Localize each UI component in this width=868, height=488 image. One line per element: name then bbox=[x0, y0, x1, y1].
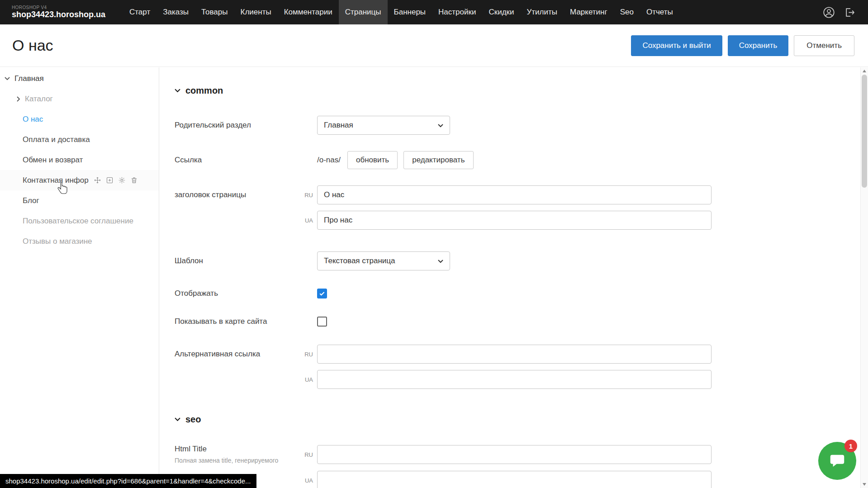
nav-item-utilities[interactable]: Утилиты bbox=[521, 0, 564, 24]
brand-domain: shop34423.horoshop.ua bbox=[12, 10, 123, 19]
tree-item-blog[interactable]: Блог bbox=[0, 190, 159, 211]
save-and-exit-button[interactable]: Сохранить и выйти bbox=[631, 35, 722, 56]
field-parent-section: Родительский раздел Главная bbox=[175, 116, 860, 135]
edit-link-button[interactable]: редактировать bbox=[403, 151, 473, 169]
main-nav: Старт Заказы Товары Клиенты Комментарии … bbox=[123, 0, 679, 24]
field-alt-link-ru: Альтернативная ссылка RU bbox=[175, 345, 860, 364]
lang-badge-ru: RU bbox=[298, 351, 313, 358]
refresh-link-button[interactable]: обновить bbox=[347, 151, 398, 169]
section-title: seo bbox=[185, 414, 201, 425]
tree-item-otzyvy[interactable]: Отзывы о магазине bbox=[0, 231, 159, 251]
html-title-ru-input[interactable] bbox=[317, 445, 711, 464]
field-label: Шаблон bbox=[175, 256, 317, 265]
field-alt-link-ua: UA bbox=[175, 370, 860, 389]
delete-icon[interactable] bbox=[130, 176, 138, 184]
field-display: Отображать bbox=[175, 289, 860, 298]
nav-item-orders[interactable]: Заказы bbox=[157, 0, 195, 24]
chevron-right-icon[interactable] bbox=[17, 96, 20, 102]
chevron-down-icon[interactable] bbox=[5, 77, 10, 81]
alt-link-ua-input[interactable] bbox=[317, 370, 711, 389]
field-html-title-ru: Html Title Полная замена title, генериру… bbox=[175, 445, 860, 464]
page-title: О нас bbox=[12, 37, 53, 54]
brand-version: HOROSHOP V4 bbox=[12, 5, 123, 10]
chat-bubble-icon bbox=[828, 451, 846, 471]
nav-item-discounts[interactable]: Скидки bbox=[482, 0, 520, 24]
field-hint: Полная замена title, генерируемого bbox=[175, 456, 298, 464]
tree-item-katalog[interactable]: Каталог bbox=[0, 89, 159, 109]
tree-item-polzovatelskoe[interactable]: Пользовательское соглашение bbox=[0, 211, 159, 231]
nav-item-start[interactable]: Старт bbox=[123, 0, 157, 24]
link-path-value: /o-nas/ bbox=[317, 156, 341, 165]
field-sitemap: Показывать в карте сайта bbox=[175, 317, 860, 327]
sitemap-checkbox[interactable] bbox=[317, 317, 327, 327]
field-html-title-ua: UA bbox=[175, 471, 860, 488]
field-label-group: Html Title Полная замена title, генериру… bbox=[175, 445, 298, 464]
scroll-down-icon[interactable] bbox=[863, 483, 866, 486]
settings-icon[interactable] bbox=[118, 176, 126, 184]
topbar: HOROSHOP V4 shop34423.horoshop.ua Старт … bbox=[0, 0, 868, 24]
field-label: Показывать в карте сайта bbox=[175, 317, 317, 326]
field-link: Ссылка /o-nas/ обновить редактировать bbox=[175, 151, 860, 169]
parent-section-select[interactable]: Главная bbox=[317, 116, 450, 135]
lang-badge-ua: UA bbox=[298, 217, 313, 224]
nav-item-reports[interactable]: Отчеты bbox=[640, 0, 679, 24]
field-page-heading-ru: заголовок страницы RU bbox=[175, 185, 860, 204]
html-title-ua-input[interactable] bbox=[317, 471, 711, 488]
header-buttons: Сохранить и выйти Сохранить Отменить bbox=[631, 35, 854, 56]
tree-item-label: Главная bbox=[14, 74, 44, 83]
tree-item-label: Блог bbox=[23, 196, 39, 205]
field-label: Отображать bbox=[175, 289, 317, 298]
save-button[interactable]: Сохранить bbox=[728, 35, 788, 56]
select-value: Главная bbox=[324, 121, 353, 130]
move-icon[interactable] bbox=[94, 176, 101, 184]
field-label: Родительский раздел bbox=[175, 121, 317, 130]
nav-item-settings[interactable]: Настройки bbox=[432, 0, 482, 24]
section-common[interactable]: common bbox=[175, 85, 860, 96]
lang-badge-ua: UA bbox=[298, 477, 313, 484]
nav-item-banners[interactable]: Баннеры bbox=[388, 0, 432, 24]
chat-widget-button[interactable]: 1 bbox=[818, 442, 856, 480]
tree-item-o-nas[interactable]: О нас bbox=[0, 109, 159, 129]
topbar-right bbox=[823, 6, 868, 19]
nav-item-pages[interactable]: Страницы bbox=[339, 0, 388, 24]
tree-item-label: Контактная инфор bbox=[23, 176, 89, 185]
section-seo[interactable]: seo bbox=[175, 414, 860, 425]
tree-item-label: Отзывы о магазине bbox=[23, 237, 92, 246]
page-header: О нас Сохранить и выйти Сохранить Отмени… bbox=[0, 24, 868, 67]
alt-link-ru-input[interactable] bbox=[317, 345, 711, 364]
display-checkbox[interactable] bbox=[317, 289, 327, 298]
tree-item-oplata[interactable]: Оплата и доставка bbox=[0, 129, 159, 150]
chat-unread-badge: 1 bbox=[844, 440, 857, 452]
field-label: Альтернативная ссылка bbox=[175, 350, 298, 359]
brand-logo[interactable]: HOROSHOP V4 shop34423.horoshop.ua bbox=[0, 5, 123, 19]
tree-item-kontaktnaya[interactable]: Контактная инфор bbox=[0, 170, 159, 190]
vertical-scrollbar[interactable] bbox=[860, 67, 868, 488]
field-label: Html Title bbox=[175, 445, 298, 454]
chevron-down-icon bbox=[438, 121, 443, 130]
field-label: Ссылка bbox=[175, 156, 317, 165]
nav-item-marketing[interactable]: Маркетинг bbox=[564, 0, 614, 24]
nav-item-products[interactable]: Товары bbox=[195, 0, 234, 24]
status-url-bar: shop34423.horoshop.ua/edit/edit.php?id=6… bbox=[0, 474, 256, 488]
pages-tree-sidebar: Главная Каталог О нас Оплата и доставка … bbox=[0, 67, 159, 488]
chevron-down-icon bbox=[175, 417, 180, 422]
field-label: заголовок страницы bbox=[175, 190, 298, 199]
nav-item-seo[interactable]: Seo bbox=[614, 0, 640, 24]
template-select[interactable]: Текстовая страница bbox=[317, 251, 450, 270]
nav-item-comments[interactable]: Комментарии bbox=[278, 0, 339, 24]
cancel-button[interactable]: Отменить bbox=[794, 35, 854, 56]
tree-item-label: Оплата и доставка bbox=[23, 135, 90, 144]
tree-item-glavnaya[interactable]: Главная bbox=[0, 68, 159, 89]
tree-item-label: Обмен и возврат bbox=[23, 156, 83, 165]
page-heading-ru-input[interactable] bbox=[317, 185, 711, 204]
logout-icon[interactable] bbox=[844, 7, 855, 18]
scroll-up-icon[interactable] bbox=[863, 70, 866, 72]
add-icon[interactable] bbox=[106, 176, 114, 184]
page-heading-ua-input[interactable] bbox=[317, 211, 711, 230]
user-account-icon[interactable] bbox=[823, 6, 835, 19]
nav-item-clients[interactable]: Клиенты bbox=[234, 0, 278, 24]
section-title: common bbox=[185, 85, 223, 96]
chevron-down-icon bbox=[175, 89, 180, 93]
scrollbar-thumb[interactable] bbox=[862, 75, 867, 188]
tree-item-obmen[interactable]: Обмен и возврат bbox=[0, 150, 159, 170]
